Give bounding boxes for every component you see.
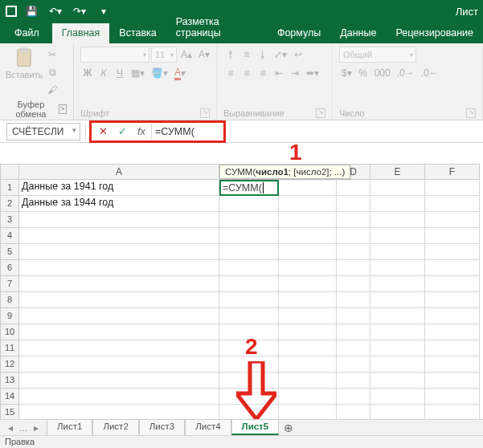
- cell[interactable]: [337, 324, 370, 340]
- row-header[interactable]: 12: [0, 356, 19, 373]
- font-launcher-icon[interactable]: ↘: [200, 108, 210, 118]
- cell[interactable]: [337, 212, 370, 228]
- sheet-nav-first-icon[interactable]: ◂: [5, 422, 16, 434]
- cell[interactable]: [425, 373, 480, 389]
- tab-file[interactable]: Файл: [5, 23, 52, 43]
- cell[interactable]: [337, 405, 370, 419]
- cell[interactable]: [370, 340, 425, 356]
- function-tooltip[interactable]: СУММ(число1; [число2]; ...): [219, 165, 350, 179]
- cell[interactable]: [425, 292, 480, 308]
- row-header[interactable]: 11: [0, 340, 19, 356]
- cell[interactable]: [425, 356, 480, 373]
- cell[interactable]: [279, 308, 337, 324]
- cell[interactable]: [279, 373, 337, 389]
- cell[interactable]: [337, 373, 370, 389]
- cell[interactable]: [279, 196, 337, 212]
- cell[interactable]: [279, 324, 337, 340]
- row-header[interactable]: 4: [0, 228, 19, 244]
- cell[interactable]: [279, 260, 337, 276]
- undo-icon[interactable]: ↶▾: [47, 3, 64, 19]
- cell[interactable]: [425, 244, 480, 260]
- cell[interactable]: Данные за 1944 год: [19, 196, 219, 212]
- cell[interactable]: [425, 324, 480, 340]
- cell[interactable]: [279, 228, 337, 244]
- cell[interactable]: [219, 292, 279, 308]
- cell[interactable]: [279, 212, 337, 228]
- cell[interactable]: [279, 405, 337, 419]
- cell[interactable]: [370, 389, 425, 405]
- alignment-launcher-icon[interactable]: ↘: [316, 108, 325, 118]
- cell[interactable]: [370, 180, 425, 196]
- row-header[interactable]: 9: [0, 308, 19, 324]
- name-box[interactable]: СЧЁТЕСЛИ: [6, 123, 80, 141]
- cell[interactable]: [219, 244, 279, 260]
- cell[interactable]: [337, 228, 370, 244]
- enter-formula-button[interactable]: ✓: [113, 123, 132, 141]
- cell[interactable]: [370, 308, 425, 324]
- cell[interactable]: [370, 212, 425, 228]
- cell[interactable]: [337, 356, 370, 373]
- cell[interactable]: [425, 228, 480, 244]
- cell[interactable]: [279, 389, 337, 405]
- save-icon[interactable]: 💾: [23, 3, 40, 19]
- number-launcher-icon[interactable]: ↘: [466, 108, 476, 118]
- cell[interactable]: [19, 292, 219, 308]
- cell[interactable]: [425, 405, 480, 419]
- sheet-tab[interactable]: Лист5: [231, 419, 280, 435]
- cell[interactable]: [219, 276, 279, 292]
- cell[interactable]: [425, 340, 480, 356]
- cell[interactable]: [370, 324, 425, 340]
- tab-home[interactable]: Главная: [52, 23, 110, 43]
- row-header[interactable]: 10: [0, 324, 19, 340]
- cell[interactable]: [279, 276, 337, 292]
- cell[interactable]: [219, 196, 279, 212]
- cell[interactable]: [337, 276, 370, 292]
- cell[interactable]: [425, 308, 480, 324]
- row-header[interactable]: 14: [0, 389, 19, 405]
- cell[interactable]: [337, 244, 370, 260]
- sheet-nav-next-icon[interactable]: ▸: [31, 422, 42, 434]
- cancel-formula-button[interactable]: ✕: [93, 123, 113, 141]
- cell[interactable]: Данные за 1941 год: [19, 180, 219, 196]
- cell[interactable]: [370, 405, 425, 419]
- cell[interactable]: [279, 244, 337, 260]
- cell[interactable]: [337, 308, 370, 324]
- cell[interactable]: [19, 324, 219, 340]
- col-header[interactable]: A: [19, 164, 219, 180]
- cell[interactable]: [425, 212, 480, 228]
- cell[interactable]: [19, 276, 219, 292]
- sheet-tab[interactable]: Лист4: [185, 419, 231, 435]
- sheet-nav-prev-icon[interactable]: …: [18, 423, 29, 433]
- row-header[interactable]: 7: [0, 276, 19, 292]
- qat-customize-icon[interactable]: ▾: [95, 3, 113, 19]
- cell[interactable]: [337, 260, 370, 276]
- cell[interactable]: [370, 356, 425, 373]
- cell[interactable]: [370, 244, 425, 260]
- active-cell[interactable]: =СУММ(: [219, 180, 279, 196]
- clipboard-launcher-icon[interactable]: ↘: [59, 104, 67, 114]
- cell[interactable]: [370, 260, 425, 276]
- cell[interactable]: [19, 356, 219, 373]
- cell[interactable]: [19, 308, 219, 324]
- formula-input[interactable]: =СУММ(: [151, 124, 223, 140]
- select-all-corner[interactable]: [0, 164, 19, 180]
- tab-review[interactable]: Рецензирование: [386, 23, 483, 43]
- cell[interactable]: [337, 180, 370, 196]
- cell[interactable]: [370, 373, 425, 389]
- sheet-tab[interactable]: Лист2: [92, 419, 138, 435]
- cell[interactable]: [19, 260, 219, 276]
- cell[interactable]: [19, 373, 219, 389]
- cell[interactable]: [279, 340, 337, 356]
- cell[interactable]: [219, 308, 279, 324]
- row-header[interactable]: 3: [0, 212, 19, 228]
- cell[interactable]: [337, 196, 370, 212]
- tab-formulas[interactable]: Формулы: [268, 23, 330, 43]
- cell[interactable]: [19, 405, 219, 419]
- insert-function-button[interactable]: fx: [132, 123, 151, 141]
- cell[interactable]: [19, 212, 219, 228]
- sheet-tab[interactable]: Лист3: [139, 419, 185, 435]
- cell[interactable]: [279, 292, 337, 308]
- cell[interactable]: [19, 389, 219, 405]
- redo-icon[interactable]: ↷▾: [71, 3, 88, 19]
- cell[interactable]: [337, 389, 370, 405]
